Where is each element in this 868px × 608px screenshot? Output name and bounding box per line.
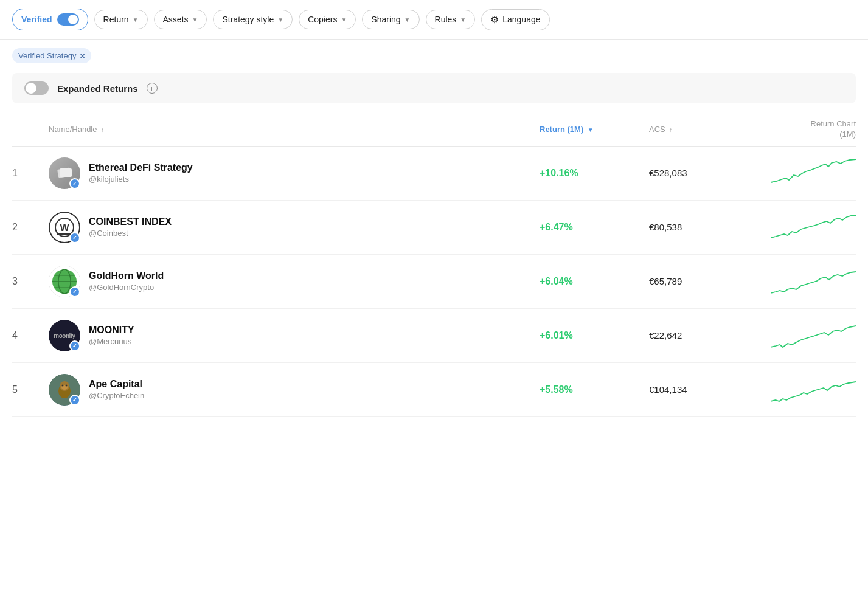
copiers-filter-button[interactable]: Copiers ▼ bbox=[299, 10, 356, 29]
strategy-name: GoldHorn World bbox=[89, 271, 164, 282]
row-return: +6.04% bbox=[540, 276, 649, 287]
return-sort-icon: ▼ bbox=[588, 126, 594, 133]
language-settings-icon: ⚙ bbox=[490, 14, 499, 26]
strategy-handle: @GoldHornCrypto bbox=[89, 283, 164, 292]
table-row[interactable]: 5 bbox=[12, 363, 856, 417]
strategy-style-label: Strategy style bbox=[222, 15, 274, 24]
row-return-chart bbox=[746, 320, 856, 351]
row-rank: 2 bbox=[12, 222, 49, 233]
strategy-handle: @Mercurius bbox=[89, 337, 134, 346]
filter-bar: Verified Return ▼ Assets ▼ Strategy styl… bbox=[0, 0, 868, 40]
copiers-chevron-icon: ▼ bbox=[341, 16, 347, 23]
row-identity: Ethereal DeFi Strategy @kilojuliets bbox=[49, 157, 540, 189]
avatar bbox=[49, 266, 80, 297]
name-sort-icon: ↑ bbox=[101, 126, 104, 133]
verified-strategy-tag-close[interactable]: × bbox=[80, 52, 85, 60]
strategy-handle: @kilojuliets bbox=[89, 174, 193, 184]
svg-point-16 bbox=[62, 384, 64, 386]
row-acs: €80,538 bbox=[649, 222, 746, 232]
strategy-name: Ethereal DeFi Strategy bbox=[89, 162, 193, 173]
active-filters-section: Verified Strategy × bbox=[0, 40, 868, 63]
table-row[interactable]: 2 W COINBEST INDEX @Coinbest bbox=[12, 201, 856, 255]
table-row[interactable]: 3 GoldHorn World bbox=[12, 255, 856, 309]
svg-point-17 bbox=[66, 384, 68, 386]
expanded-returns-info-icon[interactable]: i bbox=[147, 83, 158, 94]
strategy-style-filter-button[interactable]: Strategy style ▼ bbox=[213, 10, 293, 29]
strategy-table: Name/Handle ↑ Return (1M) ▼ ACS ↑ Return… bbox=[0, 113, 868, 417]
row-acs: €65,789 bbox=[649, 276, 746, 286]
assets-chevron-icon: ▼ bbox=[192, 16, 198, 23]
row-acs: €22,642 bbox=[649, 330, 746, 340]
strategy-handle: @CryptoEchein bbox=[89, 391, 144, 400]
table-row[interactable]: 4 moonity MOONITY @Mercurius +6.01% bbox=[12, 309, 856, 363]
return-filter-button[interactable]: Return ▼ bbox=[94, 10, 148, 29]
assets-label: Assets bbox=[163, 15, 189, 24]
svg-rect-1 bbox=[60, 168, 72, 177]
return-col-header[interactable]: Return (1M) ▼ bbox=[540, 125, 649, 134]
rules-label: Rules bbox=[435, 15, 457, 24]
assets-filter-button[interactable]: Assets ▼ bbox=[154, 10, 207, 29]
expanded-returns-toggle[interactable] bbox=[24, 81, 49, 95]
svg-text:moonity: moonity bbox=[54, 333, 75, 339]
verified-strategy-tag-label: Verified Strategy bbox=[18, 51, 76, 60]
row-return-chart bbox=[746, 266, 856, 297]
row-identity: GoldHorn World @GoldHornCrypto bbox=[49, 266, 540, 297]
strategy-info: Ethereal DeFi Strategy @kilojuliets bbox=[89, 162, 193, 184]
verified-badge-icon bbox=[69, 178, 80, 189]
strategy-info: Ape Capital @CryptoEchein bbox=[89, 379, 144, 400]
row-rank: 4 bbox=[12, 330, 49, 341]
avatar: W bbox=[49, 212, 80, 243]
copiers-label: Copiers bbox=[308, 15, 337, 24]
verified-toggle[interactable] bbox=[57, 13, 79, 26]
row-rank: 3 bbox=[12, 276, 49, 287]
rules-filter-button[interactable]: Rules ▼ bbox=[426, 10, 476, 29]
row-identity: W COINBEST INDEX @Coinbest bbox=[49, 212, 540, 243]
strategy-name: COINBEST INDEX bbox=[89, 216, 172, 227]
language-label: Language bbox=[502, 15, 540, 24]
row-acs: €104,134 bbox=[649, 384, 746, 395]
rules-chevron-icon: ▼ bbox=[460, 16, 466, 23]
row-return-chart bbox=[746, 158, 856, 188]
verified-badge-icon bbox=[69, 232, 80, 243]
svg-text:W: W bbox=[60, 223, 69, 233]
acs-sort-icon: ↑ bbox=[669, 126, 672, 133]
verified-badge-icon bbox=[69, 286, 80, 297]
strategy-handle: @Coinbest bbox=[89, 229, 172, 238]
avatar: moonity bbox=[49, 320, 80, 351]
sharing-filter-button[interactable]: Sharing ▼ bbox=[362, 10, 419, 29]
verified-badge-icon bbox=[69, 395, 80, 406]
return-label: Return bbox=[103, 15, 129, 24]
row-acs: €528,083 bbox=[649, 168, 746, 178]
strategy-style-chevron-icon: ▼ bbox=[277, 16, 283, 23]
language-filter-button[interactable]: ⚙ Language bbox=[481, 9, 549, 30]
expanded-returns-label: Expanded Returns bbox=[57, 83, 138, 94]
strategy-name: MOONITY bbox=[89, 325, 134, 336]
verified-filter-button[interactable]: Verified bbox=[12, 9, 88, 30]
row-return: +10.16% bbox=[540, 168, 649, 179]
acs-col-header[interactable]: ACS ↑ bbox=[649, 125, 746, 134]
strategy-info: COINBEST INDEX @Coinbest bbox=[89, 216, 172, 238]
row-rank: 1 bbox=[12, 168, 49, 179]
row-return: +6.01% bbox=[540, 330, 649, 341]
return-chart-col-header: Return Chart(1M) bbox=[746, 119, 856, 140]
strategy-info: MOONITY @Mercurius bbox=[89, 325, 134, 346]
row-rank: 5 bbox=[12, 384, 49, 395]
verified-label: Verified bbox=[21, 15, 52, 24]
return-chevron-icon: ▼ bbox=[133, 16, 139, 23]
avatar bbox=[49, 157, 80, 189]
strategy-info: GoldHorn World @GoldHornCrypto bbox=[89, 271, 164, 292]
avatar bbox=[49, 374, 80, 406]
row-return-chart bbox=[746, 212, 856, 243]
strategy-name: Ape Capital bbox=[89, 379, 144, 390]
sharing-label: Sharing bbox=[371, 15, 400, 24]
verified-badge-icon bbox=[69, 340, 80, 351]
name-handle-col-header[interactable]: Name/Handle ↑ bbox=[49, 125, 540, 134]
expanded-returns-bar: Expanded Returns i bbox=[12, 73, 856, 103]
row-return-chart bbox=[746, 375, 856, 405]
table-row[interactable]: 1 Ethereal DeFi Strategy @kilojuliets +1… bbox=[12, 147, 856, 201]
table-header: Name/Handle ↑ Return (1M) ▼ ACS ↑ Return… bbox=[12, 113, 856, 147]
verified-strategy-tag[interactable]: Verified Strategy × bbox=[12, 48, 91, 63]
sharing-chevron-icon: ▼ bbox=[404, 16, 411, 23]
row-identity: moonity MOONITY @Mercurius bbox=[49, 320, 540, 351]
row-return: +5.58% bbox=[540, 384, 649, 395]
